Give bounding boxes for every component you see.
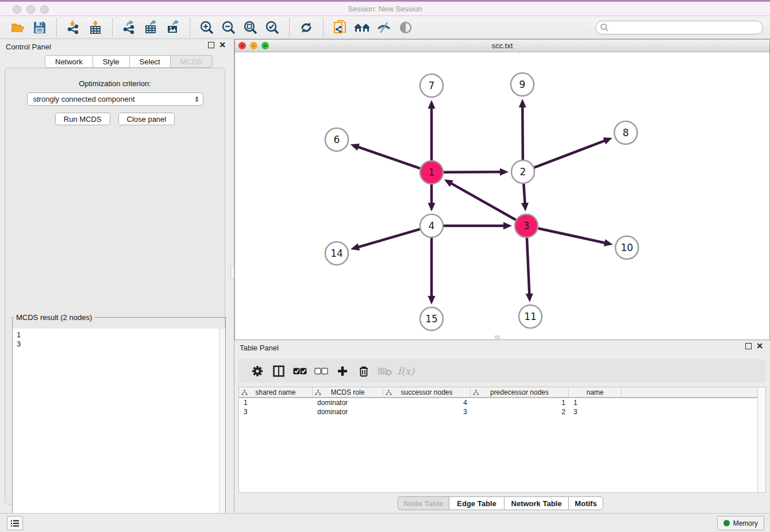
open-session-button[interactable]: [7, 18, 29, 37]
select-all-columns-button[interactable]: [289, 362, 310, 380]
table-options-button[interactable]: [247, 362, 268, 380]
graph-edge-2-3[interactable]: [521, 184, 529, 211]
svg-text:15: 15: [425, 313, 438, 325]
cell-name[interactable]: 3: [569, 407, 622, 417]
graph-node-1[interactable]: 1: [420, 161, 443, 184]
zoom-in-button[interactable]: [196, 18, 218, 37]
tab-edge-table[interactable]: Edge Table: [449, 496, 504, 510]
network-window-titlebar[interactable]: × − + scc.txt: [235, 40, 769, 52]
graph-node-3[interactable]: 3: [515, 214, 538, 237]
graph-node-6[interactable]: 6: [325, 128, 348, 151]
graph-edge-3-1[interactable]: [444, 179, 516, 219]
graph-edge-3-10[interactable]: [538, 228, 613, 246]
graph-node-8[interactable]: 8: [614, 121, 637, 144]
graph-edge-3-11[interactable]: [526, 238, 533, 302]
search-input[interactable]: [595, 21, 763, 34]
home-button[interactable]: [351, 18, 373, 37]
panel-splitter[interactable]: [230, 39, 234, 513]
column-header-name[interactable]: name: [569, 387, 622, 397]
graph-edge-4-15[interactable]: [428, 238, 436, 304]
control-panel: Control Panel ✕ NetworkStyleSelectMCDS O…: [0, 39, 230, 513]
delete-table-button[interactable]: [374, 362, 395, 380]
apply-layout-button[interactable]: [295, 18, 317, 37]
list-icon: [10, 519, 20, 527]
graph-edge-2-8[interactable]: [534, 137, 613, 167]
canvas-grip-icon[interactable]: [495, 336, 500, 339]
show-column-button[interactable]: [268, 362, 289, 380]
optimization-select[interactable]: strongly connected component ▲▼: [27, 92, 203, 106]
export-image-button[interactable]: [162, 18, 184, 37]
close-table-panel-icon[interactable]: ✕: [756, 343, 763, 349]
cell-mcds_role[interactable]: dominator: [313, 398, 383, 407]
graph-node-11[interactable]: 11: [519, 305, 542, 328]
column-header-successor-nodes[interactable]: successor nodes: [383, 387, 471, 397]
node-table[interactable]: shared nameMCDS rolesuccessor nodesprede…: [238, 387, 766, 493]
unselect-all-columns-button[interactable]: [310, 362, 332, 380]
task-history-button[interactable]: [7, 516, 23, 530]
save-session-button[interactable]: [29, 18, 51, 37]
graph-node-10[interactable]: 10: [615, 236, 638, 259]
memory-button[interactable]: Memory: [717, 516, 764, 530]
column-header-predecessor-nodes[interactable]: predecessor nodes: [471, 387, 569, 397]
table-scrollbar[interactable]: [757, 387, 765, 492]
graph-node-4[interactable]: 4: [420, 214, 443, 237]
optimization-label: Optimization criterion:: [5, 79, 225, 88]
graph-edge-4-3[interactable]: [444, 222, 512, 230]
export-image-icon: [165, 20, 180, 35]
graph-edge-1-4[interactable]: [428, 184, 436, 211]
graph-node-2[interactable]: 2: [511, 160, 534, 183]
graph-edge-1-7[interactable]: [428, 100, 436, 160]
column-header-shared-name[interactable]: shared name: [239, 387, 313, 397]
tab-style[interactable]: Style: [93, 55, 129, 68]
delete-column-button[interactable]: [353, 362, 374, 380]
cell-shared_name[interactable]: 1: [239, 398, 313, 407]
run-mcds-button[interactable]: Run MCDS: [55, 113, 110, 125]
table-row[interactable]: 3dominator323: [239, 407, 765, 417]
result-item: 3: [17, 340, 225, 349]
cell-mcds_role[interactable]: dominator: [313, 407, 383, 417]
cell-name[interactable]: 1: [569, 398, 622, 407]
cell-successor_nodes[interactable]: 4: [383, 398, 471, 407]
import-network-button[interactable]: [63, 18, 84, 37]
function-builder-button[interactable]: f(x): [395, 362, 417, 380]
duplicate-network-button[interactable]: [329, 18, 351, 37]
tab-node-table[interactable]: Node Table: [398, 496, 449, 510]
close-panel-icon[interactable]: ✕: [219, 42, 226, 48]
cell-predecessor_nodes[interactable]: 1: [471, 398, 569, 407]
splitter-grip-icon[interactable]: [230, 266, 234, 279]
zoom-selected-button[interactable]: [261, 18, 283, 37]
graph-node-9[interactable]: 9: [511, 73, 534, 96]
add-column-button[interactable]: [332, 362, 353, 380]
close-panel-button[interactable]: Close panel: [118, 113, 175, 125]
graph-edge-2-9[interactable]: [519, 99, 526, 160]
style-preview-button[interactable]: [373, 18, 395, 37]
style-eye-icon: [376, 21, 391, 34]
tab-select[interactable]: Select: [129, 55, 170, 68]
show-hide-button[interactable]: [395, 18, 417, 37]
graph-node-7[interactable]: 7: [420, 74, 443, 97]
network-canvas[interactable]: 7968124314101511: [235, 52, 769, 340]
cell-predecessor_nodes[interactable]: 2: [471, 407, 569, 417]
table-row[interactable]: 1dominator411: [239, 398, 765, 407]
cell-shared_name[interactable]: 3: [239, 407, 313, 417]
export-network-button[interactable]: [118, 18, 140, 37]
toolbar-separator: [56, 18, 57, 37]
zoom-fit-button[interactable]: [240, 18, 261, 37]
tab-mcds[interactable]: MCDS: [170, 55, 213, 68]
graph-edge-1-2[interactable]: [444, 168, 509, 176]
float-panel-icon[interactable]: [208, 42, 214, 48]
tab-network-table[interactable]: Network Table: [504, 496, 568, 510]
import-table-button[interactable]: [84, 18, 106, 37]
tab-network[interactable]: Network: [45, 55, 93, 68]
float-table-panel-icon[interactable]: [745, 343, 752, 349]
graph-node-14[interactable]: 14: [325, 242, 348, 265]
column-header-MCDS-role[interactable]: MCDS role: [313, 387, 383, 397]
graph-edge-4-14[interactable]: [351, 229, 420, 250]
export-table-button[interactable]: [140, 18, 162, 37]
cell-successor_nodes[interactable]: 3: [383, 407, 471, 417]
result-scrollbar[interactable]: [219, 329, 225, 529]
zoom-out-button[interactable]: [218, 18, 240, 37]
graph-edge-1-6[interactable]: [351, 144, 421, 168]
tab-motifs[interactable]: Motifs: [568, 496, 603, 510]
graph-node-15[interactable]: 15: [420, 307, 443, 330]
